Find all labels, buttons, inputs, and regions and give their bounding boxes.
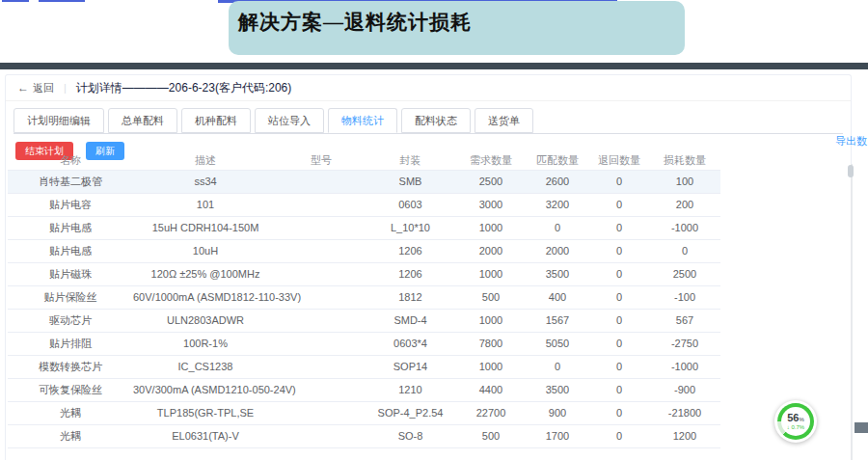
table-cell: 0 xyxy=(589,216,649,239)
table-cell: 贴片磁珠 xyxy=(8,262,133,285)
table-cell: 3000 xyxy=(456,193,526,216)
tab-material-status[interactable]: 配料状态 xyxy=(401,108,471,133)
table-cell: 肖特基二极管 xyxy=(8,170,133,193)
table-cell: -1000 xyxy=(649,216,720,239)
table-cell: TLP185(GR-TPL,SE xyxy=(133,401,278,424)
table-cell: 4400 xyxy=(456,378,526,401)
vertical-scrollbar-thumb[interactable] xyxy=(848,165,854,177)
progress-gauge[interactable]: 56% ↓ 0.7% xyxy=(774,400,817,443)
table-cell: -2750 xyxy=(649,332,720,355)
table-cell: 贴片电感 xyxy=(8,216,133,239)
tab-plan-detail-edit[interactable]: 计划明细编辑 xyxy=(14,108,104,133)
table-cell: SMD-4 xyxy=(365,309,456,332)
table-cell: 0 xyxy=(589,193,649,216)
table-cell: 3500 xyxy=(526,262,589,285)
table-cell: 5050 xyxy=(526,332,589,355)
table-cell xyxy=(278,193,365,216)
tab-station-import[interactable]: 站位导入 xyxy=(255,108,324,133)
back-label: 返回 xyxy=(33,81,54,95)
table-cell: 60V/1000mA (ASMD1812-110-33V) xyxy=(133,285,278,309)
table-cell xyxy=(278,401,365,424)
tab-total-order-material[interactable]: 总单配料 xyxy=(108,108,177,133)
table-cell: 可恢复保险丝 xyxy=(8,378,133,401)
column-header: 需求数量 xyxy=(456,152,526,170)
scrollbar-corner-thumb[interactable] xyxy=(854,422,868,433)
slide-title: 解决方案—退料统计损耗 xyxy=(238,9,472,36)
table-cell: 3500 xyxy=(526,378,589,401)
table-cell xyxy=(278,309,365,332)
table-cell: 2000 xyxy=(456,239,526,262)
table-cell: 1200 xyxy=(649,424,720,447)
table-cell: 101 xyxy=(133,193,278,216)
table-cell: 驱动芯片 xyxy=(8,309,133,332)
table-cell: 贴片电容 xyxy=(8,193,133,216)
table-cell: 22700 xyxy=(456,401,526,424)
table-cell: 100 xyxy=(649,170,720,193)
table-cell xyxy=(278,170,365,193)
table-cell: 1812 xyxy=(365,285,456,309)
table-header-row: 名称描述型号封装需求数量匹配数量退回数量损耗数量 xyxy=(8,152,720,170)
table-body: 肖特基二极管ss34SMB250026000100贴片电容10106033000… xyxy=(8,170,720,447)
table-cell: 2600 xyxy=(526,170,589,193)
table-cell: 2500 xyxy=(456,170,526,193)
table-cell: 0 xyxy=(589,378,649,401)
table-row: 贴片电感10uH12062000200000 xyxy=(8,239,720,262)
table-cell: 1206 xyxy=(365,262,456,285)
column-header: 退回数量 xyxy=(589,152,649,170)
table-cell: 1700 xyxy=(526,424,589,447)
tab-model-material[interactable]: 机种配料 xyxy=(181,108,251,133)
table-cell: EL0631(TA)-V xyxy=(133,424,278,447)
table-cell: 2000 xyxy=(526,239,589,262)
table-cell xyxy=(278,355,365,378)
table-cell: 0 xyxy=(526,216,589,239)
table-cell: 500 xyxy=(456,285,526,309)
table-cell: 贴片保险丝 xyxy=(8,285,133,309)
table-cell: 0 xyxy=(589,332,649,355)
table-cell: ULN2803ADWR xyxy=(133,309,278,332)
table-cell xyxy=(278,262,365,285)
table-cell: SMB xyxy=(365,170,456,193)
back-button[interactable]: ← 返回 xyxy=(17,81,54,95)
table-cell: 0 xyxy=(589,355,649,378)
table-cell: SOP14 xyxy=(365,355,456,378)
table-cell: 567 xyxy=(649,309,720,332)
table-cell xyxy=(278,239,365,262)
slide-deco-line xyxy=(39,0,85,2)
table-cell: 0 xyxy=(589,285,649,309)
table-cell: 100R-1% xyxy=(133,332,278,355)
table-cell: 贴片电感 xyxy=(8,239,133,262)
table-cell: 120Ω ±25% @100MHz xyxy=(133,262,278,285)
table-cell: 1000 xyxy=(456,262,526,285)
table-cell: 0 xyxy=(589,401,649,424)
table-cell: IC_CS1238 xyxy=(133,355,278,378)
table-cell: 10uH xyxy=(133,239,278,262)
materials-table: 名称描述型号封装需求数量匹配数量退回数量损耗数量 肖特基二极管ss34SMB25… xyxy=(8,152,720,448)
table-row: 贴片电容1010603300032000200 xyxy=(8,193,720,216)
table-cell: 0 xyxy=(526,355,589,378)
table-cell: 30V/300mA (ASMD1210-050-24V) xyxy=(133,378,278,401)
breadcrumb-divider: | xyxy=(64,82,67,94)
table-cell: 7800 xyxy=(456,332,526,355)
table-cell xyxy=(278,216,365,239)
tab-bar: 计划明细编辑总单配料机种配料站位导入物料统计配料状态送货单 xyxy=(14,108,843,134)
table-cell xyxy=(278,332,365,355)
column-header: 描述 xyxy=(133,152,278,170)
table-cell: 0 xyxy=(649,239,720,262)
back-arrow-icon: ← xyxy=(17,81,29,95)
page-title: 计划详情————206-6-23(客户代码:206) xyxy=(76,80,291,96)
table-cell: SO-8 xyxy=(365,424,456,447)
table-row: 贴片电感15uH CDRH104-150ML_10*10100000-1000 xyxy=(8,216,720,239)
export-link[interactable]: 导出数 xyxy=(835,134,867,149)
table-cell: 贴片排阻 xyxy=(8,332,133,355)
table-row: 贴片磁珠120Ω ±25% @100MHz12061000350002500 xyxy=(8,262,720,285)
table-cell: 0 xyxy=(589,309,649,332)
tab-delivery-note[interactable]: 送货单 xyxy=(475,108,533,133)
table-cell: 光耦 xyxy=(8,401,133,424)
tab-material-stats[interactable]: 物料统计 xyxy=(328,108,397,133)
table-row: 贴片排阻100R-1%0603*4780050500-2750 xyxy=(8,332,720,355)
column-header: 名称 xyxy=(8,152,133,170)
table-cell: 0 xyxy=(589,262,649,285)
table-cell: 200 xyxy=(649,193,720,216)
table-cell: 模数转换芯片 xyxy=(8,355,133,378)
gauge-ring-icon: 56% ↓ 0.7% xyxy=(777,403,814,440)
